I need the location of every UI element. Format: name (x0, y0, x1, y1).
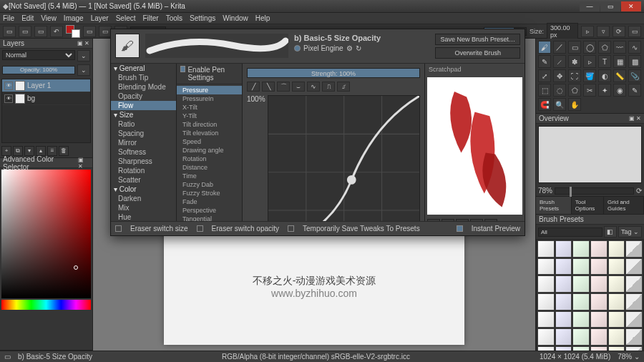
curve-graph[interactable] (268, 95, 420, 221)
mirror-v-button[interactable]: ▿ (597, 26, 610, 37)
sensor-item[interactable]: Perspective (177, 206, 242, 215)
brush-preset[interactable] (555, 258, 572, 275)
gradient-chooser[interactable]: ▭ (83, 26, 96, 37)
brush-preset[interactable] (590, 346, 608, 351)
new-doc-button[interactable]: ▭ (3, 26, 16, 37)
curve-preset-2[interactable]: ╲ (262, 82, 275, 92)
brush-tree-item[interactable]: Sharpness (111, 157, 176, 166)
menu-filter[interactable]: Filter (142, 14, 158, 22)
edit-shapes-tool[interactable]: ▹ (583, 55, 596, 68)
brush-preset[interactable] (537, 258, 555, 275)
brush-preset[interactable] (572, 346, 590, 351)
curve-preset-1[interactable]: ╱ (247, 82, 260, 92)
brush-thumb[interactable]: 🖌 (115, 34, 140, 58)
brush-preset[interactable] (590, 240, 608, 258)
brush-preset[interactable] (555, 275, 572, 293)
rotate-reset-button[interactable]: ⟳ (636, 187, 642, 195)
layer-item[interactable]: 👁Layer 1 (2, 79, 90, 92)
eraser-opacity-checkbox[interactable] (197, 225, 203, 232)
overview-canvas[interactable] (538, 126, 642, 183)
brush-tree-item[interactable]: Darken (111, 194, 176, 203)
pattern-tool[interactable]: ▩ (628, 55, 641, 68)
brush-preset[interactable] (590, 328, 608, 346)
minimize-button[interactable]: — (580, 1, 600, 11)
brush-preset[interactable] (625, 293, 643, 310)
mirror-h-button[interactable]: ▹ (581, 26, 594, 37)
sensor-item[interactable]: Fuzzy Dab (177, 180, 242, 189)
polygon-tool[interactable]: ⬠ (598, 41, 611, 54)
ellipse-tool[interactable]: ◯ (583, 41, 596, 54)
brush-preset[interactable] (572, 258, 590, 275)
menu-tools[interactable]: Tools (166, 14, 182, 22)
sensor-item[interactable]: Y-Tilt (177, 112, 242, 120)
brush-tree-item[interactable]: Hue (111, 212, 176, 221)
sensor-item[interactable]: Rotation (177, 155, 242, 163)
zoom-tool[interactable]: 🔍 (553, 98, 566, 111)
multibrush-tool[interactable]: ✽ (568, 55, 581, 68)
sensor-item[interactable]: PressureIn (177, 94, 242, 103)
brush-preset[interactable] (608, 346, 625, 351)
tab-brush-presets[interactable]: Brush Presets (536, 197, 572, 214)
brush-preset[interactable] (590, 311, 608, 328)
brush-tree-item[interactable]: Flow (111, 101, 176, 110)
size-input[interactable]: 300.00 px (547, 23, 578, 40)
brush-tree-item[interactable]: ▾ Color (111, 185, 176, 194)
undo-button[interactable]: ↶ (50, 26, 63, 37)
brush-preset[interactable] (608, 258, 625, 275)
preset-view-button[interactable]: ◧ (604, 226, 617, 238)
tab-grid-guides[interactable]: Grid and Guides (604, 197, 644, 214)
brush-tree-item[interactable]: Ratio (111, 119, 176, 129)
wrap-button[interactable]: ⟳ (613, 26, 625, 37)
brush-tree-item[interactable]: Blending Mode (111, 82, 176, 92)
brush-preset[interactable] (537, 293, 555, 310)
brush-preset[interactable] (625, 328, 643, 346)
brush-tree-item[interactable]: Mirror (111, 138, 176, 147)
scratchpad-canvas[interactable] (427, 77, 522, 215)
brush-tree-item[interactable]: Rotation (111, 166, 176, 175)
enable-pen-checkbox[interactable] (180, 66, 185, 72)
brush-preset[interactable] (608, 240, 625, 258)
rect-select-tool[interactable]: ⬚ (538, 84, 551, 97)
status-zoom[interactable]: 78% ⌄ (618, 353, 640, 361)
workspace-button[interactable]: ▭ (628, 26, 641, 37)
brush-preset[interactable] (608, 275, 625, 293)
brush-preset[interactable] (537, 346, 555, 351)
color-picker[interactable] (1, 170, 91, 298)
brush-preset[interactable] (625, 275, 643, 293)
menu-settings[interactable]: Settings (190, 14, 215, 22)
curve-preset-6[interactable]: ⎍ (322, 82, 335, 92)
layer-blend-more[interactable]: ⌄ (77, 50, 90, 62)
brush-option-tree[interactable]: ▾ GeneralBrush TipBlending ModeOpacityFl… (111, 64, 177, 221)
brush-preset[interactable] (572, 328, 590, 346)
overwrite-brush-button[interactable]: Overwrite Brush (435, 47, 520, 59)
menu-help[interactable]: Help (255, 14, 270, 22)
sensor-item[interactable]: Speed (177, 137, 242, 146)
curve-preset-4[interactable]: ⌣ (292, 82, 305, 92)
sensor-item[interactable]: Time (177, 172, 242, 180)
freehand-brush-tool[interactable]: 🖌 (538, 41, 551, 54)
brush-tree-item[interactable]: ▾ Size (111, 110, 176, 119)
preset-filter-select[interactable]: All (538, 228, 602, 237)
gradient-tool[interactable]: ▦ (613, 55, 626, 68)
sensor-item[interactable]: Tangential pressure (177, 215, 242, 221)
brush-preset[interactable] (608, 328, 625, 346)
engine-radio[interactable] (294, 45, 301, 52)
tab-tool-options[interactable]: Tool Options (572, 197, 604, 214)
sensor-item[interactable]: Drawing angle (177, 146, 242, 155)
color-cursor[interactable] (74, 265, 78, 270)
close-button[interactable]: ✕ (621, 1, 641, 11)
curve-preset-5[interactable]: ∿ (307, 82, 320, 92)
brush-preset[interactable] (625, 258, 643, 275)
text-tool[interactable]: T (598, 55, 611, 68)
rect-tool[interactable]: ▭ (568, 41, 581, 54)
menu-file[interactable]: File (3, 14, 14, 22)
brush-preset[interactable] (608, 311, 625, 328)
poly-select-tool[interactable]: ⬠ (568, 84, 581, 97)
brush-preset[interactable] (537, 240, 555, 258)
menu-image[interactable]: Image (64, 14, 84, 22)
sensor-item[interactable]: Tilt elevation (177, 129, 242, 137)
brush-preset[interactable] (537, 328, 555, 346)
save-doc-button[interactable]: ▭ (34, 26, 47, 37)
brush-preset[interactable] (572, 293, 590, 310)
line-tool[interactable]: ／ (553, 41, 566, 54)
